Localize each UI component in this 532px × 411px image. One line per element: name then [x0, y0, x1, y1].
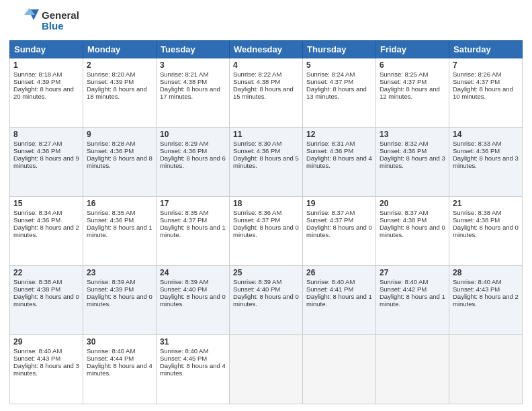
sunrise-text: Sunrise: 8:37 AM — [306, 209, 355, 216]
sunset-text: Sunset: 4:45 PM — [160, 355, 207, 362]
sunset-text: Sunset: 4:37 PM — [306, 216, 353, 224]
calendar-cell: 26 Sunrise: 8:40 AM Sunset: 4:41 PM Dayl… — [303, 266, 376, 335]
calendar-cell: 4 Sunrise: 8:22 AM Sunset: 4:38 PM Dayli… — [230, 58, 303, 128]
day-number: 5 — [306, 60, 372, 70]
day-number: 27 — [380, 268, 445, 277]
day-number: 9 — [87, 130, 152, 139]
calendar-cell — [230, 335, 303, 404]
daylight-text: Daylight: 8 hours and 17 minutes. — [160, 85, 220, 100]
calendar-cell: 24 Sunrise: 8:39 AM Sunset: 4:40 PM Dayl… — [157, 266, 230, 335]
calendar-cell: 15 Sunrise: 8:34 AM Sunset: 4:36 PM Dayl… — [10, 197, 83, 266]
day-number: 19 — [306, 199, 372, 208]
sunrise-text: Sunrise: 8:39 AM — [160, 278, 208, 285]
daylight-text: Daylight: 8 hours and 8 minutes. — [87, 154, 152, 169]
daylight-text: Daylight: 8 hours and 0 minutes. — [306, 224, 372, 238]
day-number: 17 — [160, 199, 226, 208]
calendar-cell: 30 Sunrise: 8:40 AM Sunset: 4:44 PM Dayl… — [83, 335, 157, 404]
calendar-week-row: 8 Sunrise: 8:27 AM Sunset: 4:36 PM Dayli… — [10, 128, 523, 197]
sunset-text: Sunset: 4:38 PM — [380, 216, 427, 224]
sunrise-text: Sunrise: 8:40 AM — [380, 278, 428, 285]
sunrise-text: Sunrise: 8:22 AM — [233, 71, 281, 78]
sunrise-text: Sunrise: 8:35 AM — [87, 209, 135, 216]
day-number: 24 — [160, 268, 226, 277]
day-number: 29 — [13, 337, 79, 347]
daylight-text: Daylight: 8 hours and 13 minutes. — [306, 85, 367, 100]
day-number: 23 — [87, 268, 152, 277]
sunset-text: Sunset: 4:39 PM — [87, 285, 134, 293]
daylight-text: Daylight: 8 hours and 0 minutes. — [380, 224, 445, 238]
sunrise-text: Sunrise: 8:40 AM — [160, 347, 208, 355]
daylight-text: Daylight: 8 hours and 12 minutes. — [380, 85, 440, 100]
sunrise-text: Sunrise: 8:33 AM — [453, 140, 501, 147]
col-tuesday: Tuesday — [157, 41, 230, 58]
calendar-cell: 14 Sunrise: 8:33 AM Sunset: 4:36 PM Dayl… — [449, 128, 523, 197]
day-number: 28 — [453, 268, 519, 277]
sunset-text: Sunset: 4:36 PM — [306, 147, 353, 154]
sunrise-text: Sunrise: 8:34 AM — [13, 209, 62, 216]
daylight-text: Daylight: 8 hours and 6 minutes. — [160, 154, 226, 169]
calendar-cell: 2 Sunrise: 8:20 AM Sunset: 4:39 PM Dayli… — [83, 58, 157, 128]
calendar-week-row: 22 Sunrise: 8:38 AM Sunset: 4:38 PM Dayl… — [10, 266, 523, 335]
calendar-cell: 17 Sunrise: 8:35 AM Sunset: 4:37 PM Dayl… — [157, 197, 230, 266]
page: General Blue Sunday Monday Tuesday Wedne… — [0, 0, 532, 411]
sunset-text: Sunset: 4:36 PM — [13, 147, 60, 154]
logo-graphic — [9, 7, 39, 32]
col-monday: Monday — [83, 41, 157, 58]
sunrise-text: Sunrise: 8:20 AM — [87, 71, 135, 78]
sunset-text: Sunset: 4:43 PM — [453, 285, 500, 293]
logo: General Blue — [9, 7, 79, 35]
daylight-text: Daylight: 8 hours and 0 minutes. — [453, 224, 519, 238]
calendar-cell: 5 Sunrise: 8:24 AM Sunset: 4:37 PM Dayli… — [303, 58, 376, 128]
calendar-week-row: 15 Sunrise: 8:34 AM Sunset: 4:36 PM Dayl… — [10, 197, 523, 266]
daylight-text: Daylight: 8 hours and 3 minutes. — [380, 154, 445, 169]
sunset-text: Sunset: 4:37 PM — [233, 216, 280, 224]
daylight-text: Daylight: 8 hours and 0 minutes. — [233, 293, 299, 308]
sunset-text: Sunset: 4:36 PM — [87, 216, 134, 224]
col-saturday: Saturday — [449, 41, 523, 58]
sunset-text: Sunset: 4:36 PM — [13, 216, 60, 224]
calendar-table: Sunday Monday Tuesday Wednesday Thursday… — [9, 40, 523, 404]
calendar-cell — [303, 335, 376, 404]
col-friday: Friday — [376, 41, 449, 58]
sunset-text: Sunset: 4:40 PM — [160, 285, 207, 293]
calendar-cell: 13 Sunrise: 8:32 AM Sunset: 4:36 PM Dayl… — [376, 128, 449, 197]
sunrise-text: Sunrise: 8:27 AM — [13, 140, 62, 147]
daylight-text: Daylight: 8 hours and 0 minutes. — [87, 293, 152, 308]
calendar-cell: 19 Sunrise: 8:37 AM Sunset: 4:37 PM Dayl… — [303, 197, 376, 266]
col-wednesday: Wednesday — [230, 41, 303, 58]
sunrise-text: Sunrise: 8:40 AM — [87, 347, 135, 355]
day-number: 1 — [13, 60, 79, 70]
sunrise-text: Sunrise: 8:39 AM — [87, 278, 135, 285]
daylight-text: Daylight: 8 hours and 20 minutes. — [13, 85, 74, 100]
day-number: 7 — [453, 60, 519, 70]
sunset-text: Sunset: 4:44 PM — [87, 355, 134, 362]
day-number: 14 — [453, 130, 519, 139]
day-number: 10 — [160, 130, 226, 139]
day-number: 18 — [233, 199, 299, 208]
calendar-week-row: 1 Sunrise: 8:18 AM Sunset: 4:39 PM Dayli… — [10, 58, 523, 128]
day-number: 25 — [233, 268, 299, 277]
day-number: 31 — [160, 337, 226, 347]
sunset-text: Sunset: 4:42 PM — [380, 285, 427, 293]
calendar-cell: 29 Sunrise: 8:40 AM Sunset: 4:43 PM Dayl… — [10, 335, 83, 404]
sunset-text: Sunset: 4:38 PM — [160, 78, 207, 85]
sunrise-text: Sunrise: 8:24 AM — [306, 71, 355, 78]
sunset-text: Sunset: 4:37 PM — [380, 78, 427, 85]
sunrise-text: Sunrise: 8:30 AM — [233, 140, 281, 147]
sunset-text: Sunset: 4:36 PM — [453, 147, 500, 154]
daylight-text: Daylight: 8 hours and 10 minutes. — [453, 85, 513, 100]
sunset-text: Sunset: 4:40 PM — [233, 285, 280, 293]
sunrise-text: Sunrise: 8:28 AM — [87, 140, 135, 147]
day-number: 30 — [87, 337, 152, 347]
day-number: 26 — [306, 268, 372, 277]
sunset-text: Sunset: 4:39 PM — [87, 78, 134, 85]
sunrise-text: Sunrise: 8:40 AM — [13, 347, 62, 355]
sunset-text: Sunset: 4:37 PM — [160, 216, 207, 224]
day-number: 22 — [13, 268, 79, 277]
sunset-text: Sunset: 4:36 PM — [87, 147, 134, 154]
logo-general: General — [42, 10, 79, 21]
sunrise-text: Sunrise: 8:38 AM — [453, 209, 501, 216]
calendar-cell: 6 Sunrise: 8:25 AM Sunset: 4:37 PM Dayli… — [376, 58, 449, 128]
calendar-cell: 10 Sunrise: 8:29 AM Sunset: 4:36 PM Dayl… — [157, 128, 230, 197]
daylight-text: Daylight: 8 hours and 1 minute. — [306, 293, 372, 308]
